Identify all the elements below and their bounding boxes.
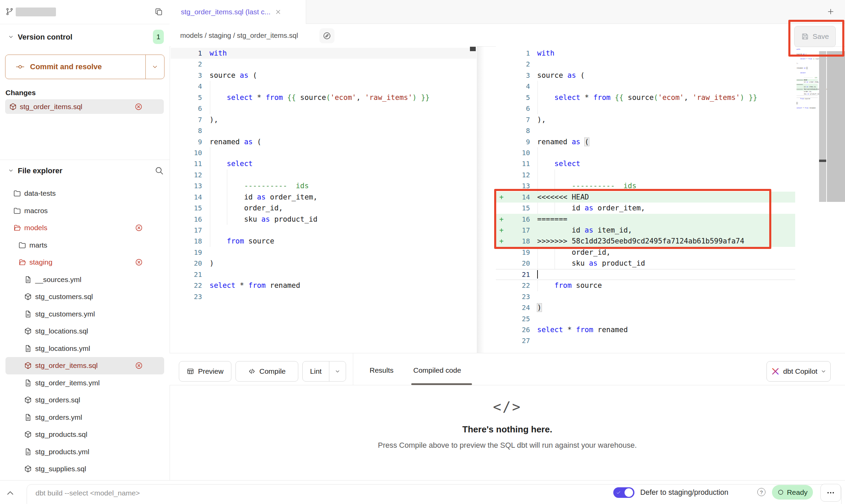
file-row[interactable]: __sources.yml — [5, 271, 164, 288]
code-line[interactable]: 18 from source — [171, 236, 476, 247]
code-line[interactable]: 4 — [797, 56, 818, 58]
code-line[interactable]: 26select * from renamed — [797, 107, 818, 109]
code-line[interactable]: 13 ---------- ids — [496, 180, 795, 191]
code-line[interactable]: 27 — [797, 109, 818, 112]
tab-results[interactable]: Results — [370, 366, 393, 374]
compile-button[interactable]: Compile — [235, 361, 298, 382]
code-line[interactable]: +17 id as item_id, — [496, 225, 795, 236]
code-line[interactable]: 11 select — [496, 158, 795, 169]
code-line[interactable]: 3source as ( — [171, 70, 476, 81]
code-line[interactable]: 13 ---------- ids — [171, 180, 476, 191]
file-row[interactable]: stg_locations.yml — [5, 340, 164, 357]
code-line[interactable]: 23 — [496, 291, 795, 302]
code-line[interactable]: 16 sku as product_id — [171, 214, 476, 225]
file-row[interactable]: stg_products.yml — [5, 443, 164, 461]
code-line[interactable]: 10 — [171, 147, 476, 158]
chevron-up-icon[interactable] — [5, 488, 15, 498]
file-row[interactable]: data-tests — [5, 185, 164, 202]
code-line[interactable]: 11 select — [797, 72, 818, 74]
code-line[interactable]: 24) — [496, 302, 795, 313]
new-tab-button[interactable] — [825, 5, 837, 18]
chevron-down-icon[interactable] — [8, 168, 14, 173]
code-line[interactable]: 15 order_id, — [171, 203, 476, 213]
tab-compiled-code[interactable]: Compiled code — [413, 366, 461, 374]
code-line[interactable]: 26select * from renamed — [496, 324, 795, 335]
code-line[interactable]: 23 — [171, 291, 476, 302]
code-line[interactable]: 20 sku as product_id — [797, 93, 818, 95]
lint-button[interactable]: Lint — [302, 361, 346, 382]
preview-button[interactable]: Preview — [179, 361, 231, 382]
code-line[interactable]: 9renamed as ( — [171, 136, 476, 147]
kebab-menu-button[interactable] — [820, 484, 841, 502]
code-line[interactable]: 25 — [496, 313, 795, 324]
code-line[interactable]: 21 — [496, 269, 795, 280]
minimap-scrollbar-thumb[interactable] — [819, 160, 826, 162]
file-row[interactable]: stg_orders.yml — [5, 409, 164, 426]
code-line[interactable]: 9renamed as ( — [797, 67, 818, 70]
code-line[interactable]: 4 — [171, 81, 476, 92]
code-line[interactable]: 17 — [171, 225, 476, 236]
code-line[interactable]: 20 sku as product_id — [496, 258, 795, 269]
remove-circle-icon[interactable] — [135, 361, 143, 370]
code-line[interactable]: 2 — [171, 59, 476, 70]
code-line[interactable]: 14 id as order_item, — [171, 192, 476, 203]
code-line[interactable]: 22 from source — [496, 280, 795, 291]
code-line[interactable]: 20) — [171, 258, 476, 269]
code-line[interactable]: 6 — [496, 103, 795, 114]
chevron-down-icon[interactable] — [8, 34, 14, 40]
file-row[interactable]: staging — [5, 254, 164, 271]
code-line[interactable]: 2 — [496, 59, 795, 70]
code-line[interactable]: 27 — [496, 335, 795, 346]
commit-and-resolve-button[interactable]: Commit and resolve — [5, 55, 164, 79]
file-row[interactable]: stg_order_items.sql — [5, 357, 164, 374]
code-line[interactable]: 3source as ( — [797, 53, 818, 56]
code-line[interactable]: 19 — [171, 247, 476, 258]
code-line[interactable]: 19 order_id, — [797, 91, 818, 93]
code-line[interactable]: 16======= — [797, 84, 818, 86]
commit-and-resolve-main[interactable]: Commit and resolve — [5, 55, 145, 79]
code-line[interactable]: 12 — [171, 169, 476, 180]
save-button[interactable]: Save — [794, 26, 836, 47]
code-line[interactable]: 19 order_id, — [496, 247, 795, 258]
code-line[interactable]: 17 id as item_id, — [797, 86, 818, 88]
remove-circle-icon[interactable] — [135, 224, 143, 232]
code-line[interactable]: 15 id as order_item, — [496, 203, 795, 213]
file-row[interactable]: stg_customers.yml — [5, 306, 164, 323]
code-line[interactable]: 22select * from renamed — [171, 280, 476, 291]
file-row[interactable]: marts — [5, 237, 164, 254]
minimap[interactable]: 1with23source as (45 select * from {{ so… — [797, 48, 818, 112]
code-line[interactable]: 9renamed as ( — [496, 136, 795, 147]
file-row[interactable]: stg_orders.sql — [5, 391, 164, 409]
code-line[interactable]: 22 from source — [797, 98, 818, 100]
code-line[interactable]: 1with — [797, 48, 818, 51]
editor-scrollbar-track[interactable] — [827, 51, 845, 202]
code-line[interactable]: 10 — [496, 147, 795, 158]
code-line[interactable]: 3source as ( — [496, 70, 795, 81]
lineage-button[interactable] — [319, 28, 334, 43]
copy-icon[interactable] — [154, 8, 163, 16]
code-line[interactable]: 6 — [797, 60, 818, 62]
code-line[interactable]: 5 select * from {{ source('ecom', 'raw_i… — [171, 92, 476, 103]
code-line[interactable]: 23 — [797, 100, 818, 103]
code-line[interactable]: 1with — [496, 48, 795, 59]
code-line[interactable]: 7), — [496, 114, 795, 125]
code-line[interactable]: +16======= — [496, 214, 795, 225]
code-line[interactable]: 14<<<<<<< HEAD — [797, 79, 818, 81]
remove-circle-icon[interactable] — [135, 258, 143, 266]
changed-file-row[interactable]: stg_order_items.sql — [5, 99, 164, 114]
file-row[interactable]: stg_supplies.sql — [5, 460, 164, 478]
file-row[interactable]: stg_locations.sql — [5, 323, 164, 340]
code-line[interactable]: 2 — [797, 51, 818, 53]
code-line[interactable]: 15 id as order_item, — [797, 81, 818, 84]
file-row[interactable]: macros — [5, 202, 164, 220]
code-line[interactable]: 12 — [797, 74, 818, 77]
code-line[interactable]: 24) — [797, 102, 818, 105]
code-line[interactable]: 11 select — [171, 158, 476, 169]
editor-pane-original[interactable]: 1with23source as (45 select * from {{ so… — [171, 46, 476, 302]
code-line[interactable]: 5 select * from {{ source('ecom', 'raw_i… — [496, 92, 795, 103]
code-line[interactable]: 13 ---------- ids — [797, 77, 818, 79]
tab-stg-order-items[interactable]: stg_order_items.sql (last c... — [170, 0, 306, 24]
code-line[interactable]: 21 — [171, 269, 476, 280]
remove-circle-icon[interactable] — [134, 103, 143, 111]
code-line[interactable]: +14<<<<<<< HEAD — [496, 192, 795, 203]
